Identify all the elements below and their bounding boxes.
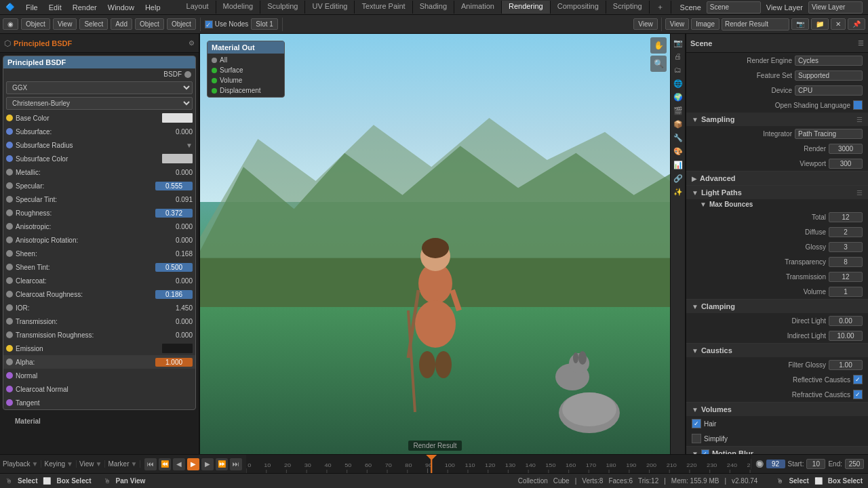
menu-blender[interactable]: 🔷 bbox=[0, 1, 20, 13]
prev-frame-btn[interactable]: ◀ bbox=[173, 458, 185, 470]
render-engine-dropdown[interactable]: Cycles bbox=[795, 56, 863, 66]
prop-subsurface-color[interactable]: Subsurface Color bbox=[3, 152, 195, 165]
menu-file[interactable]: File bbox=[20, 2, 43, 13]
transmission-bounces-value[interactable]: 12 bbox=[829, 272, 863, 282]
subsurface-color-preview[interactable] bbox=[162, 154, 193, 163]
render-samples-value[interactable]: 3000 bbox=[829, 144, 863, 154]
select-btn[interactable]: Select bbox=[79, 18, 108, 30]
use-nodes-toggle[interactable]: ✓ Use Nodes bbox=[205, 20, 248, 28]
marker-label[interactable]: Marker bbox=[108, 460, 129, 468]
object-properties-icon[interactable]: 📦 bbox=[672, 118, 684, 130]
subsurface-dropdown[interactable]: Christensen-Burley Random Walk bbox=[6, 97, 193, 110]
timeline-ruler[interactable]: 0 10 20 30 40 50 60 70 80 90 bbox=[246, 455, 750, 474]
prop-subsurface-radius[interactable]: Subsurface Radius ▼ bbox=[3, 138, 195, 152]
glossy-bounces-value[interactable]: 3 bbox=[829, 242, 863, 252]
hair-checkbox[interactable]: ✓ bbox=[692, 419, 701, 428]
prop-subsurface[interactable]: Subsurface: 0.000 bbox=[3, 125, 195, 138]
prop-sheen[interactable]: Sheen: 0.168 bbox=[3, 247, 195, 260]
view-btn[interactable]: View bbox=[53, 18, 77, 30]
tab-scripting[interactable]: Scripting bbox=[606, 1, 650, 14]
emission-color-preview[interactable] bbox=[162, 344, 193, 353]
tab-add[interactable]: ＋ bbox=[650, 1, 671, 14]
data-properties-icon[interactable]: 📊 bbox=[672, 159, 684, 171]
render-properties-icon[interactable]: 🎬 bbox=[672, 104, 684, 117]
use-nodes-checkbox[interactable]: ✓ bbox=[205, 20, 213, 28]
prop-sheen-tint[interactable]: Sheen Tint: 0.500 bbox=[3, 260, 195, 274]
next-frame-btn[interactable]: ▶ bbox=[201, 458, 214, 470]
feature-set-dropdown[interactable]: Supported bbox=[795, 70, 863, 81]
end-frame-value[interactable]: 250 bbox=[845, 459, 864, 469]
tab-rendering[interactable]: Rendering bbox=[502, 1, 551, 14]
prop-anisotropic-rotation[interactable]: Anisotropic Rotation: 0.000 bbox=[3, 233, 195, 247]
sheen-tint-slider[interactable]: 0.500 bbox=[155, 263, 193, 272]
view-layer-icon[interactable]: 🗂 bbox=[672, 64, 684, 76]
tab-layout[interactable]: Layout bbox=[180, 1, 216, 14]
menu-render[interactable]: Render bbox=[67, 2, 102, 13]
tab-modeling[interactable]: Modeling bbox=[216, 1, 261, 14]
motion-blur-header[interactable]: ▼ ✓ Motion Blur bbox=[686, 447, 868, 454]
current-frame-display[interactable]: 92 bbox=[766, 460, 785, 468]
viewport-samples-value[interactable]: 300 bbox=[829, 159, 863, 169]
world-properties-icon[interactable]: 🌍 bbox=[672, 91, 684, 103]
mode-icon-btn[interactable]: ◉ bbox=[3, 18, 18, 30]
tab-texture-paint[interactable]: Texture Paint bbox=[355, 1, 412, 14]
distribution-dropdown[interactable]: GGX Multiscatter GGX bbox=[6, 81, 193, 94]
direct-light-value[interactable]: 0.00 bbox=[829, 316, 863, 326]
clamping-header[interactable]: ▼ Clamping bbox=[686, 300, 868, 313]
scene-selector[interactable]: Scene bbox=[707, 1, 761, 14]
prop-metallic[interactable]: Metallic: 0.000 bbox=[3, 165, 195, 179]
prop-transmission-roughness[interactable]: Transmission Roughness: 0.000 bbox=[3, 328, 195, 342]
view-dropdown-btn[interactable]: View bbox=[633, 18, 658, 30]
transparency-bounces-value[interactable]: 8 bbox=[829, 257, 863, 267]
object-btn[interactable]: Object bbox=[135, 18, 164, 30]
clearcoat-roughness-slider[interactable]: 0.186 bbox=[155, 290, 193, 299]
view-btn2[interactable]: View bbox=[665, 18, 690, 30]
folder-btn[interactable]: 📁 bbox=[811, 18, 829, 30]
material-properties-icon[interactable]: 🎨 bbox=[672, 145, 684, 157]
indirect-light-value[interactable]: 10.00 bbox=[829, 331, 863, 341]
tab-shading[interactable]: Shading bbox=[413, 1, 454, 14]
x-btn[interactable]: ✕ bbox=[831, 18, 846, 30]
light-paths-header[interactable]: ▼ Light Paths ☰ bbox=[686, 186, 868, 199]
next-keyframe-btn[interactable]: ⏩ bbox=[216, 458, 228, 470]
constraint-icon[interactable]: 🔗 bbox=[672, 172, 684, 184]
prop-tangent[interactable]: Tangent bbox=[3, 396, 195, 409]
prop-base-color[interactable]: Base Color bbox=[3, 111, 195, 125]
volume-bounces-value[interactable]: 1 bbox=[829, 287, 863, 297]
start-frame-value[interactable]: 10 bbox=[806, 459, 825, 469]
jump-end-btn[interactable]: ⏭ bbox=[230, 458, 242, 470]
node-btn[interactable]: Object bbox=[167, 18, 196, 30]
timeline-view-label[interactable]: View bbox=[79, 460, 94, 468]
prop-normal[interactable]: Normal bbox=[3, 369, 195, 382]
device-dropdown[interactable]: CPU bbox=[795, 85, 863, 96]
prop-specular[interactable]: Specular: 0.555 bbox=[3, 179, 195, 192]
prev-keyframe-btn[interactable]: ⏪ bbox=[159, 458, 171, 470]
prop-roughness[interactable]: Roughness: 0.372 bbox=[3, 206, 195, 220]
advanced-header[interactable]: ▶ Advanced bbox=[686, 171, 868, 185]
simplify-checkbox[interactable] bbox=[692, 434, 701, 443]
diffuse-bounces-value[interactable]: 2 bbox=[829, 227, 863, 237]
particle-icon[interactable]: ✨ bbox=[672, 186, 684, 198]
image-btn[interactable]: Image bbox=[691, 18, 719, 30]
viewport-zoom-icon[interactable]: 🔍 bbox=[650, 56, 667, 72]
tab-compositing[interactable]: Compositing bbox=[551, 1, 606, 14]
base-color-preview[interactable] bbox=[162, 113, 193, 123]
motion-blur-checkbox[interactable]: ✓ bbox=[701, 449, 709, 454]
sampling-header[interactable]: ▼ Sampling ☰ bbox=[686, 113, 868, 126]
keying-label[interactable]: Keying bbox=[44, 460, 65, 468]
menu-edit[interactable]: Edit bbox=[43, 2, 67, 13]
scene-properties-icon[interactable]: 🌐 bbox=[672, 77, 684, 89]
tab-animation[interactable]: Animation bbox=[454, 1, 502, 14]
osl-checkbox[interactable] bbox=[853, 100, 863, 110]
total-bounces-value[interactable]: 12 bbox=[829, 212, 863, 222]
object-mode-dropdown[interactable]: Object bbox=[21, 18, 50, 30]
modifier-properties-icon[interactable]: 🔧 bbox=[672, 131, 684, 144]
prop-emission[interactable]: Emission bbox=[3, 342, 195, 355]
prop-specular-tint[interactable]: Specular Tint: 0.091 bbox=[3, 192, 195, 206]
playback-label[interactable]: Playback bbox=[3, 460, 31, 468]
prop-clearcoat-roughness[interactable]: Clearcoat Roughness: 0.186 bbox=[3, 287, 195, 301]
output-icon[interactable]: 🖨 bbox=[672, 50, 684, 62]
tab-sculpting[interactable]: Sculpting bbox=[260, 1, 305, 14]
prop-transmission[interactable]: Transmission: 0.000 bbox=[3, 314, 195, 328]
tab-uv-editing[interactable]: UV Editing bbox=[305, 1, 355, 14]
